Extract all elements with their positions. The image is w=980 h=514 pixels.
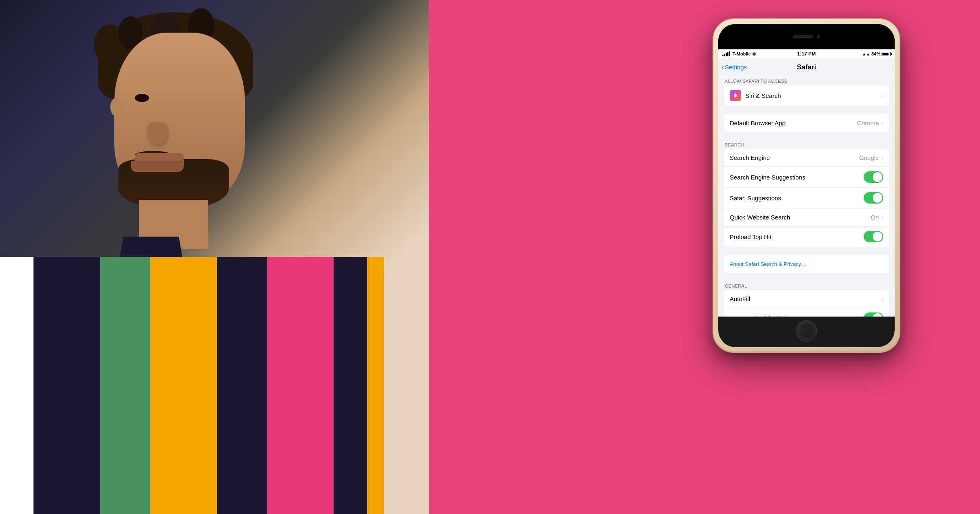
toggle-knob	[873, 313, 882, 317]
safari-suggestions-toggle[interactable]	[864, 192, 883, 204]
front-camera	[817, 35, 820, 38]
phone-top-bar	[718, 24, 895, 49]
stripe-pink	[267, 257, 334, 514]
phone-body: T-Mobile ⊜ 1:17 PM ▲▲ 84% ‹	[713, 18, 900, 353]
stripe-navy3	[334, 257, 367, 514]
person-photo	[0, 0, 429, 514]
section-header-access: ALLOW SAFARI TO ACCESS	[718, 76, 895, 85]
quick-website-search-row[interactable]: Quick Website Search On ›	[724, 208, 889, 226]
back-chevron-icon: ‹	[722, 63, 724, 71]
toggle-knob	[873, 193, 882, 203]
home-button[interactable]	[796, 320, 817, 341]
search-suggestions-toggle[interactable]	[864, 171, 883, 183]
toggle-knob	[873, 232, 882, 241]
speaker	[793, 35, 813, 38]
safari-suggestions-row[interactable]: Safari Suggestions	[724, 188, 889, 208]
safari-suggestions-label: Safari Suggestions	[730, 195, 864, 202]
phone-inner: T-Mobile ⊜ 1:17 PM ▲▲ 84% ‹	[718, 24, 895, 347]
settings-content: ALLOW SAFARI TO ACCESS Siri	[718, 76, 895, 317]
back-label: Settings	[725, 64, 747, 71]
status-left: T-Mobile ⊜	[722, 51, 756, 57]
search-engine-row[interactable]: Search Engine Google ›	[724, 149, 889, 167]
default-browser-row[interactable]: Default Browser App Chrome ›	[724, 114, 889, 132]
shirt	[0, 237, 384, 514]
back-button[interactable]: ‹ Settings	[722, 63, 747, 71]
wifi-icon: ⊜	[752, 51, 756, 57]
preload-label: Preload Top Hit	[730, 233, 864, 240]
section-header-general: GENERAL	[718, 281, 895, 290]
settings-group-access: Siri & Search ›	[724, 85, 889, 106]
shirt-main	[0, 257, 384, 514]
phone: T-Mobile ⊜ 1:17 PM ▲▲ 84% ‹	[713, 18, 900, 353]
quick-website-label: Quick Website Search	[730, 214, 871, 221]
phone-screen: T-Mobile ⊜ 1:17 PM ▲▲ 84% ‹	[718, 49, 895, 317]
quick-website-value: On	[871, 214, 879, 221]
search-suggestions-label: Search Engine Suggestions	[730, 174, 864, 181]
siri-search-row[interactable]: Siri & Search ›	[724, 85, 889, 106]
settings-group-search: Search Engine Google › Search Engine Sug…	[724, 149, 889, 247]
page-title: Safari	[797, 63, 816, 71]
settings-group-browser: Default Browser App Chrome ›	[724, 114, 889, 132]
autofill-label: AutoFill	[730, 295, 881, 302]
default-browser-value: Chrome	[857, 120, 879, 126]
battery-percent: 84%	[871, 51, 880, 56]
battery-icon	[882, 52, 891, 56]
siri-chevron-icon: ›	[881, 92, 883, 99]
carrier-label: T-Mobile	[733, 51, 751, 56]
frequently-visited-label: Frequently Visited Sites	[730, 315, 864, 317]
siri-search-label: Siri & Search	[745, 92, 881, 99]
stripe-yellow	[150, 257, 217, 514]
nose	[147, 122, 167, 145]
stripe-yellow2	[367, 257, 384, 514]
preload-toggle[interactable]	[864, 231, 883, 242]
ear	[110, 98, 122, 116]
toggle-knob	[873, 172, 882, 182]
stripe-white	[0, 257, 33, 514]
signal-bars	[722, 51, 730, 56]
svg-point-1	[735, 95, 737, 97]
browser-chevron-icon: ›	[881, 120, 883, 126]
autofill-row[interactable]: AutoFill ›	[724, 290, 889, 308]
stripe-navy	[33, 257, 100, 514]
wifi-strength-icon: ▲▲	[862, 52, 870, 56]
nav-bar: ‹ Settings Safari	[718, 58, 895, 76]
section-header-search: SEARCH	[718, 140, 895, 149]
about-safari-link[interactable]: About Safari Search & Privacy...	[730, 261, 805, 267]
eye	[135, 94, 149, 102]
settings-group-about: About Safari Search & Privacy...	[724, 255, 889, 273]
lip-lower	[131, 161, 184, 172]
settings-group-general: AutoFill › Frequently Visited Sites	[724, 290, 889, 317]
quick-website-chevron-icon: ›	[881, 214, 883, 221]
about-safari-row[interactable]: About Safari Search & Privacy...	[724, 255, 889, 273]
search-engine-value: Google	[859, 154, 879, 161]
frequently-visited-row[interactable]: Frequently Visited Sites	[724, 308, 889, 317]
battery-fill	[882, 53, 889, 55]
time-display: 1:17 PM	[797, 51, 815, 57]
search-engine-suggestions-row[interactable]: Search Engine Suggestions	[724, 167, 889, 188]
status-bar: T-Mobile ⊜ 1:17 PM ▲▲ 84%	[718, 49, 895, 58]
preload-top-hit-row[interactable]: Preload Top Hit	[724, 226, 889, 247]
search-engine-chevron-icon: ›	[881, 155, 883, 161]
stripe-green	[100, 257, 150, 514]
stripe-navy2	[217, 257, 267, 514]
siri-icon	[730, 90, 741, 101]
frequently-visited-toggle[interactable]	[864, 312, 883, 317]
home-button-ring	[798, 323, 815, 339]
autofill-chevron-icon: ›	[881, 296, 883, 302]
default-browser-label: Default Browser App	[730, 120, 857, 126]
status-right: ▲▲ 84%	[862, 51, 891, 56]
search-engine-label: Search Engine	[730, 154, 859, 161]
